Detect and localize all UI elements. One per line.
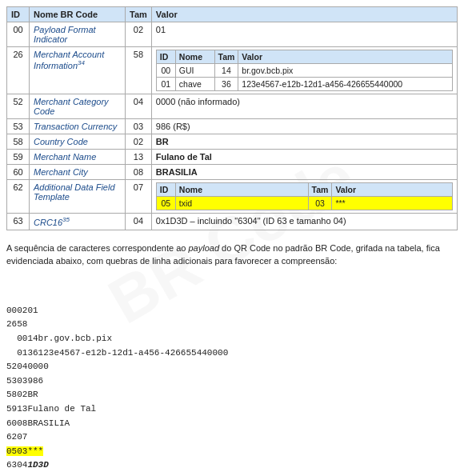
inner-cell-nome: txid: [175, 197, 308, 210]
inner-cell-valor: ***: [332, 197, 453, 210]
code-line: 0503***: [6, 445, 458, 459]
cell-valor: 01: [151, 22, 457, 47]
table-row: 00Payload Format Indicator0201: [7, 22, 458, 47]
cell-tam: 04: [126, 94, 152, 119]
page-wrapper: BR Code ID Nome BR Code Tam Valor 00Payl…: [6, 6, 458, 473]
code-line: 5913Fulano de Tal: [6, 402, 458, 417]
cell-id: 63: [7, 214, 30, 230]
cell-valor: IDNomeTamValor05txid03***: [151, 180, 457, 214]
inner-table-row: 05txid03***: [156, 197, 452, 210]
code-line: 63041D3D: [6, 458, 458, 473]
inner-col-header: Nome: [175, 183, 308, 197]
cell-valor: 986 (R$): [151, 119, 457, 134]
inner-col-header: Tam: [308, 183, 332, 197]
table-row: 58Country Code02BR: [7, 134, 458, 150]
cell-nome: Additional Data Field Template: [30, 180, 126, 214]
table-header-row: ID Nome BR Code Tam Valor: [7, 7, 458, 22]
cell-tam: 58: [126, 47, 152, 94]
inner-cell-nome: chave: [175, 78, 214, 91]
table-row: 26Merchant Account Information3458IDNome…: [7, 47, 458, 94]
code-line: 52040000: [6, 360, 458, 374]
cell-valor: IDNomeTamValor00GUI14br.gov.bcb.pix01cha…: [151, 47, 457, 94]
inner-table-row: 00GUI14br.gov.bcb.pix: [156, 64, 452, 78]
table-row: 62Additional Data Field Template07IDNome…: [7, 180, 458, 214]
inner-cell-id: 05: [156, 197, 175, 210]
cell-nome: CRC1635: [30, 214, 126, 230]
inner-cell-tam: 36: [214, 78, 238, 91]
cell-id: 62: [7, 180, 30, 214]
code-bold-italic-span: 1D3D: [27, 460, 48, 470]
inner-cell-tam: 14: [214, 64, 238, 78]
cell-nome: Merchant Name: [30, 150, 126, 165]
cell-tam: 02: [126, 22, 152, 47]
cell-nome: Merchant Category Code: [30, 94, 126, 119]
inner-col-header: ID: [156, 183, 175, 197]
table-row: 60Merchant City08BRASILIA: [7, 165, 458, 180]
cell-id: 53: [7, 119, 30, 134]
code-line: 5303986: [6, 374, 458, 389]
cell-tam: 03: [126, 119, 152, 134]
cell-nome: Payload Format Indicator: [30, 22, 126, 47]
cell-valor: 0000 (não informado): [151, 94, 457, 119]
cell-tam: 02: [126, 134, 152, 150]
inner-table: IDNomeTamValor05txid03***: [156, 182, 453, 210]
cell-tam: 04: [126, 214, 152, 230]
main-table: ID Nome BR Code Tam Valor 00Payload Form…: [6, 6, 458, 230]
code-section: A sequência de caracteres correspondente…: [6, 242, 458, 473]
cell-nome: Merchant City: [30, 165, 126, 180]
inner-cell-id: 00: [156, 64, 175, 78]
cell-valor: BRASILIA: [151, 165, 457, 180]
code-block: 0002012658 0014br.gov.bcb.pix 0136123e45…: [6, 276, 458, 473]
code-line: 6008BRASILIA: [6, 417, 458, 431]
cell-id: 58: [7, 134, 30, 150]
inner-table: IDNomeTamValor00GUI14br.gov.bcb.pix01cha…: [156, 50, 453, 91]
inner-table-row: 01chave36123e4567-e12b-12d1-a456-4266554…: [156, 78, 452, 91]
table-row: 63CRC1635040x1D3D – incluindo "6304" (ID…: [7, 214, 458, 230]
inner-cell-nome: GUI: [175, 64, 214, 78]
inner-col-header: ID: [156, 50, 175, 64]
description-paragraph: A sequência de caracteres correspondente…: [6, 242, 458, 268]
cell-valor: Fulano de Tal: [151, 150, 457, 165]
cell-valor: BR: [151, 134, 457, 150]
table-row: 52Merchant Category Code040000 (não info…: [7, 94, 458, 119]
cell-tam: 13: [126, 150, 152, 165]
desc-italic: payload: [188, 243, 219, 253]
table-row: 53Transaction Currency03986 (R$): [7, 119, 458, 134]
cell-tam: 07: [126, 180, 152, 214]
inner-cell-valor: 123e4567-e12b-12d1-a456-426655440000: [238, 78, 453, 91]
cell-nome: Merchant Account Information34: [30, 47, 126, 94]
code-line: 000201: [6, 304, 458, 318]
cell-tam: 08: [126, 165, 152, 180]
code-highlight-span: 0503***: [6, 446, 43, 456]
content: ID Nome BR Code Tam Valor 00Payload Form…: [6, 6, 458, 473]
col-header-id: ID: [7, 7, 30, 22]
cell-nome: Transaction Currency: [30, 119, 126, 134]
col-header-tam: Tam: [126, 7, 152, 22]
inner-col-header: Nome: [175, 50, 214, 64]
cell-id: 00: [7, 22, 30, 47]
table-row: 59Merchant Name13Fulano de Tal: [7, 150, 458, 165]
col-header-valor: Valor: [151, 7, 457, 22]
inner-cell-tam: 03: [308, 197, 332, 210]
cell-id: 59: [7, 150, 30, 165]
cell-id: 52: [7, 94, 30, 119]
inner-col-header: Tam: [214, 50, 238, 64]
inner-col-header: Valor: [332, 183, 453, 197]
inner-cell-valor: br.gov.bcb.pix: [238, 64, 453, 78]
code-line: 0014br.gov.bcb.pix: [6, 332, 458, 346]
inner-col-header: Valor: [238, 50, 453, 64]
cell-valor: 0x1D3D – incluindo "6304" (ID 63 e taman…: [151, 214, 457, 230]
cell-id: 60: [7, 165, 30, 180]
cell-nome: Country Code: [30, 134, 126, 150]
code-line: 0136123e4567-e12b-12d1-a456-426655440000: [6, 346, 458, 361]
inner-cell-id: 01: [156, 78, 175, 91]
cell-id: 26: [7, 47, 30, 94]
code-line: 2658: [6, 318, 458, 332]
col-header-nome: Nome BR Code: [30, 7, 126, 22]
code-line: 5802BR: [6, 388, 458, 402]
code-line: 6207: [6, 430, 458, 445]
desc-text-before: A sequência de caracteres correspondente…: [6, 243, 188, 253]
